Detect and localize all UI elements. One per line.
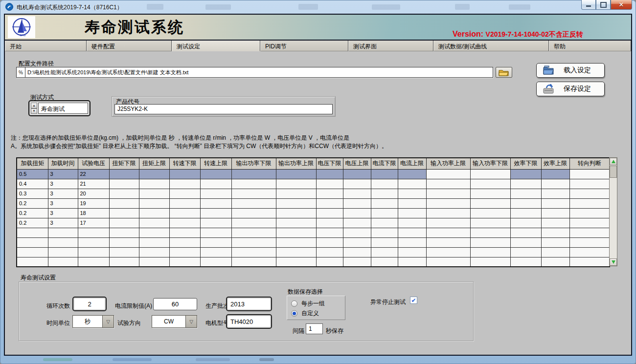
column-header[interactable]: 扭矩下限 <box>109 158 139 169</box>
save-settings-button[interactable]: 保存设定 <box>536 82 605 96</box>
table-cell[interactable] <box>48 257 78 267</box>
table-cell[interactable] <box>569 169 610 179</box>
table-cell[interactable] <box>139 237 169 247</box>
table-cell[interactable] <box>139 179 169 189</box>
table-cell[interactable] <box>139 257 169 267</box>
table-cell[interactable] <box>276 228 316 237</box>
column-header[interactable]: 电压上限 <box>343 158 371 169</box>
column-header[interactable]: 试验电压 <box>78 158 109 169</box>
table-cell[interactable] <box>398 189 426 198</box>
table-cell[interactable] <box>569 228 610 237</box>
table-cell[interactable] <box>109 208 139 218</box>
table-cell[interactable] <box>169 257 200 267</box>
tab-2[interactable]: 测试设定 <box>172 41 260 51</box>
table-cell[interactable] <box>200 198 231 208</box>
table-cell[interactable] <box>541 198 569 208</box>
table-cell[interactable] <box>17 247 48 257</box>
table-cell[interactable] <box>426 208 470 218</box>
table-cell[interactable] <box>316 189 343 198</box>
table-cell[interactable]: 19 <box>78 198 109 208</box>
table-cell[interactable] <box>169 189 200 198</box>
tab-6[interactable]: 帮助 <box>549 41 631 51</box>
table-cell[interactable] <box>510 179 541 189</box>
table-cell[interactable] <box>371 218 398 228</box>
column-header[interactable]: 转速下限 <box>169 158 200 169</box>
table-cell[interactable] <box>398 218 426 228</box>
table-cell[interactable] <box>316 237 343 247</box>
browse-button[interactable] <box>496 67 512 78</box>
table-cell[interactable] <box>109 189 139 198</box>
table-cell[interactable] <box>109 228 139 237</box>
table-cell[interactable] <box>231 247 276 257</box>
time-unit-dropdown[interactable]: 秒 ▽ <box>72 315 114 328</box>
table-cell[interactable] <box>343 208 371 218</box>
column-header[interactable]: 电压下限 <box>316 158 343 169</box>
config-path-control[interactable]: % D:\电机性能测试系统2019\寿命测试系统\配置文件\新建 文本文档.tx… <box>16 67 493 78</box>
table-cell[interactable] <box>276 218 316 228</box>
table-cell[interactable] <box>109 198 139 208</box>
table-cell[interactable] <box>316 257 343 267</box>
table-cell[interactable] <box>17 237 48 247</box>
table-cell[interactable] <box>276 237 316 247</box>
table-cell[interactable] <box>371 208 398 218</box>
table-cell[interactable] <box>169 237 200 247</box>
table-cell[interactable]: 3 <box>48 218 78 228</box>
table-cell[interactable]: 0.4 <box>17 179 48 189</box>
table-cell[interactable] <box>78 237 109 247</box>
table-cell[interactable] <box>371 228 398 237</box>
table-cell[interactable] <box>109 257 139 267</box>
radio-icon[interactable] <box>291 300 297 307</box>
table-cell[interactable] <box>541 247 569 257</box>
table-cell[interactable] <box>541 179 569 189</box>
table-cell[interactable]: 0.3 <box>17 189 48 198</box>
table-cell[interactable] <box>541 237 569 247</box>
table-cell[interactable] <box>426 218 470 228</box>
table-cell[interactable] <box>231 169 276 179</box>
tab-1[interactable]: 硬件配置 <box>87 41 172 51</box>
table-cell[interactable]: 17 <box>78 218 109 228</box>
table-cell[interactable] <box>426 189 470 198</box>
table-cell[interactable] <box>200 189 231 198</box>
table-cell[interactable] <box>169 198 200 208</box>
table-cell[interactable] <box>510 228 541 237</box>
table-cell[interactable] <box>541 218 569 228</box>
table-cell[interactable] <box>169 218 200 228</box>
table-cell[interactable] <box>276 208 316 218</box>
table-cell[interactable] <box>398 198 426 208</box>
table-cell[interactable] <box>398 257 426 267</box>
table-cell[interactable] <box>569 218 610 228</box>
scrollbar-thumb[interactable] <box>610 166 617 178</box>
test-mode-value[interactable]: 寿命测试 <box>38 103 88 114</box>
table-cell[interactable] <box>316 218 343 228</box>
table-cell[interactable] <box>48 247 78 257</box>
table-cell[interactable] <box>426 198 470 208</box>
table-cell[interactable] <box>78 247 109 257</box>
table-cell[interactable] <box>541 189 569 198</box>
table-cell[interactable] <box>17 228 48 237</box>
table-cell[interactable] <box>510 247 541 257</box>
table-cell[interactable] <box>398 169 426 179</box>
table-cell[interactable] <box>276 189 316 198</box>
abnormal-stop-checkbox[interactable]: ✔ <box>410 297 417 304</box>
table-cell[interactable] <box>139 198 169 208</box>
tab-3[interactable]: PID调节 <box>260 41 348 51</box>
close-button[interactable]: ✕ <box>611 0 632 10</box>
table-cell[interactable] <box>276 247 316 257</box>
column-header[interactable]: 输出功率下限 <box>231 158 276 169</box>
table-cell[interactable] <box>541 228 569 237</box>
table-cell[interactable] <box>276 169 316 179</box>
table-cell[interactable] <box>231 208 276 218</box>
tab-5[interactable]: 测试数据/测试曲线 <box>433 41 549 51</box>
table-cell[interactable]: 21 <box>78 179 109 189</box>
motor-model-input[interactable]: TH4020 <box>226 314 272 329</box>
table-cell[interactable]: 3 <box>48 179 78 189</box>
table-cell[interactable] <box>371 179 398 189</box>
table-cell[interactable]: 22 <box>78 169 109 179</box>
interval-input[interactable]: 1 <box>306 323 323 334</box>
table-cell[interactable] <box>510 208 541 218</box>
current-limit-input[interactable]: 60 <box>153 298 197 310</box>
column-header[interactable]: 加载时间 <box>48 158 78 169</box>
tab-0[interactable]: 开始 <box>5 41 87 51</box>
table-cell[interactable] <box>343 189 371 198</box>
table-cell[interactable]: 0.2 <box>17 198 48 208</box>
